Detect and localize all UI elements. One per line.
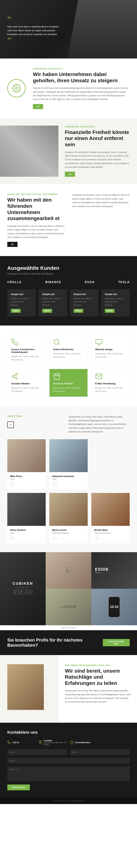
finanzielle-title: Finanzielle Freiheit könnte nur einen An… (65, 129, 131, 148)
contact-call-label: Call Us (12, 741, 19, 744)
kunden-card-3-btn[interactable]: MEHR (105, 309, 114, 313)
footer-text: © 2024 Cubiken. All Rights Reserved. (53, 800, 84, 802)
kunden-logos: CROLLA BINANCE EVGA TESLA (7, 281, 130, 284)
bottom-right: Wir haben Unternehmen geholfen Wir sind … (59, 655, 137, 723)
fuehrend-left: Sehen Sie, was wir für Sie tun können Wi… (7, 193, 65, 247)
service-4-text: Sample text. Click to select the Text El… (53, 386, 84, 393)
team-tag: Unser Team (7, 415, 69, 417)
quote-close-icon: ” (7, 38, 62, 43)
team-info-2: Steve Hudson CEO □ (7, 526, 46, 543)
bau-button[interactable]: KONTAKTIERE UNS (103, 639, 130, 646)
kunden-card-2-text: Sample text. Click to select the Text El… (74, 297, 95, 307)
kunden-card-1: Sample text Sample text. Click to select… (39, 289, 67, 316)
hero-content: “ Duis aute irure dolor in reprehenderit… (0, 8, 69, 50)
service-5-title: E-Mail Verwaltung (95, 382, 126, 385)
fuehrend-right: Cupidatat non proident, sunt in culpa qu… (72, 193, 130, 208)
service-0-title: Unsere Anrufservice-Verkäufsqualit. (11, 348, 42, 353)
calendar-icon (53, 373, 61, 380)
team-info-3: Maria Larson Führende Designer □ (49, 526, 88, 543)
team-info-0: Mike Perry CEO □ (7, 472, 46, 489)
fuehrend-title: Wir haben mit den führenden Unternehmen … (7, 197, 65, 221)
kunden-card-0-btn[interactable]: MEHR (11, 309, 21, 313)
fuehrend-see-tag: Sehen Sie, was wir für Sie tun können (7, 193, 65, 195)
contact-location-value: 123 Fifth Ave, New York, NY 10160 (44, 742, 67, 746)
service-1-title: Online-Recherche (53, 348, 84, 351)
gallery-label: Bilder von Freepik (0, 625, 137, 630)
section-umsatz: Gemeinsam zum Erfolg Wir haben Unternehm… (0, 59, 137, 118)
kunden-card-1-btn[interactable]: MEHR (42, 309, 52, 313)
bottom-section: Wir haben Unternehmen geholfen Wir sind … (0, 655, 137, 723)
finanzielle-tag: Gemeinsam zum Erfolg (65, 126, 131, 128)
kunden-card-2: Sample text Sample text. Click to select… (70, 289, 98, 316)
kunden-card-2-btn[interactable]: MEHR (74, 309, 83, 313)
kunden-title: Ausgewählte Kunden (7, 265, 130, 271)
bottom-body: Gemeinsam zum Erfolg. Wir haben Unterneh… (65, 689, 131, 704)
finanzielle-button[interactable]: Ja (65, 172, 75, 177)
hero-section: “ Duis aute irure dolor in reprehenderit… (0, 0, 137, 59)
finanzielle-image (0, 126, 59, 177)
svg-line-10 (14, 375, 16, 376)
team-role-2: CEO (10, 532, 43, 534)
instagram-icon-1[interactable]: □ (52, 482, 57, 487)
team-card-empty (91, 439, 130, 489)
team-role-0: CEO (10, 478, 43, 480)
kunden-card-3-title: Sample text (105, 293, 126, 296)
contact-form-name-email (7, 749, 130, 755)
team-name-1: Natascha Ivannowe (52, 475, 85, 477)
contact-info-grid: Call Us Location 123 Fifth Ave, New York… (7, 739, 130, 746)
gear-circle-icon (7, 79, 26, 97)
kunden-card-1-title: Sample text (42, 293, 63, 296)
clock-icon (70, 741, 74, 744)
team-photo-4 (91, 493, 130, 526)
cubiken-logo-text: CUBIKEN (12, 581, 33, 586)
finanzielle-content: Gemeinsam zum Erfolg Finanzielle Freihei… (59, 118, 137, 184)
team-header-right: Gemeinsam zum Erfolg. Wir haben Unterneh… (69, 415, 130, 434)
logo-evga: EVGA (85, 281, 95, 284)
umsatz-button[interactable]: Ja (33, 104, 43, 109)
kunden-card-0: Sample text Sample text. Click to select… (7, 289, 36, 316)
kunden-card-0-title: Sample text (11, 293, 32, 296)
svg-point-1 (54, 339, 59, 344)
team-card-4: Nicole Steln Führende Designer □ (91, 493, 130, 543)
contact-betreff-input[interactable] (7, 758, 130, 764)
team-name-2: Steve Hudson (10, 529, 43, 531)
logo-tesla: TESLA (118, 281, 130, 284)
contact-name-input[interactable] (7, 749, 67, 755)
team-card-0: Mike Perry CEO □ (7, 439, 46, 489)
instagram-icon-0[interactable]: □ (10, 482, 14, 487)
contact-nachricht-input[interactable] (7, 766, 130, 781)
logo-crolla: CROLLA (7, 281, 22, 284)
kunden-card-2-title: Sample text (74, 293, 95, 296)
contact-hours-label: Geschäftszeiten (75, 741, 91, 744)
instagram-icon-4[interactable]: □ (94, 536, 98, 540)
fuehrend-button[interactable]: Ja (7, 242, 18, 247)
share-icon (11, 373, 19, 380)
contact-email-input[interactable] (70, 749, 130, 755)
cubiken-sub-text: AGENCY NYC (15, 587, 30, 588)
service-3-text: Sample text. Click to select the Text El… (11, 386, 42, 393)
mail-icon (95, 373, 102, 380)
phone-icon (11, 339, 19, 346)
team-role-3: Führende Designer (52, 532, 85, 534)
search-icon (53, 339, 61, 346)
services-section: Unsere Anrufservice-Verkäufsqualit. Samp… (0, 326, 137, 406)
instagram-icon-3[interactable]: □ (52, 536, 57, 540)
service-2-text: Sample text. Click to select the Text El… (95, 352, 126, 359)
svg-rect-11 (54, 374, 60, 379)
team-name-4: Nicole Steln (94, 529, 127, 531)
team-header-left: Unser Team → (7, 415, 69, 428)
gallery-item-eside: ESIDE PARIS (91, 552, 137, 589)
quote-open-icon: “ (7, 16, 62, 23)
contact-submit-button[interactable]: EINSENDEN (7, 784, 30, 790)
location-icon (39, 741, 42, 744)
section-finanzielle: Gemeinsam zum Erfolg Finanzielle Freihei… (0, 118, 137, 184)
team-name-3: Maria Larson (52, 529, 85, 531)
instagram-icon-2[interactable]: □ (10, 536, 14, 540)
team-section: Unser Team → Gemeinsam zum Erfolg. Wir h… (0, 406, 137, 552)
eside-logo-text: ESIDE (95, 567, 109, 572)
service-card-0: Unsere Anrufservice-Verkäufsqualit. Samp… (7, 335, 46, 365)
services-grid: Unsere Anrufservice-Verkäufsqualit. Samp… (7, 335, 130, 397)
finanzielle-body: Designen Sie ein kleines virtuelle und p… (65, 150, 131, 169)
team-info-4: Nicole Steln Führende Designer □ (91, 526, 130, 543)
team-arrow-button[interactable]: → (7, 422, 14, 428)
